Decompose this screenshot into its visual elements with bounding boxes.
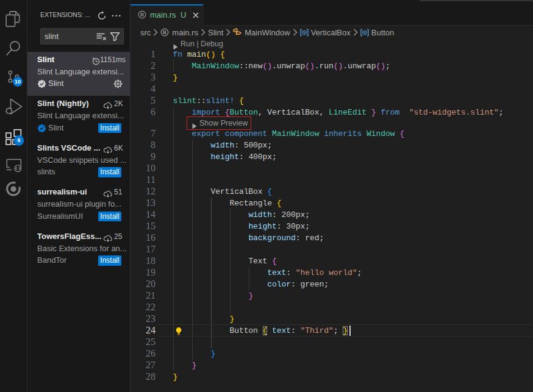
- svg-text:R: R: [163, 29, 167, 35]
- svg-text:R: R: [140, 12, 145, 18]
